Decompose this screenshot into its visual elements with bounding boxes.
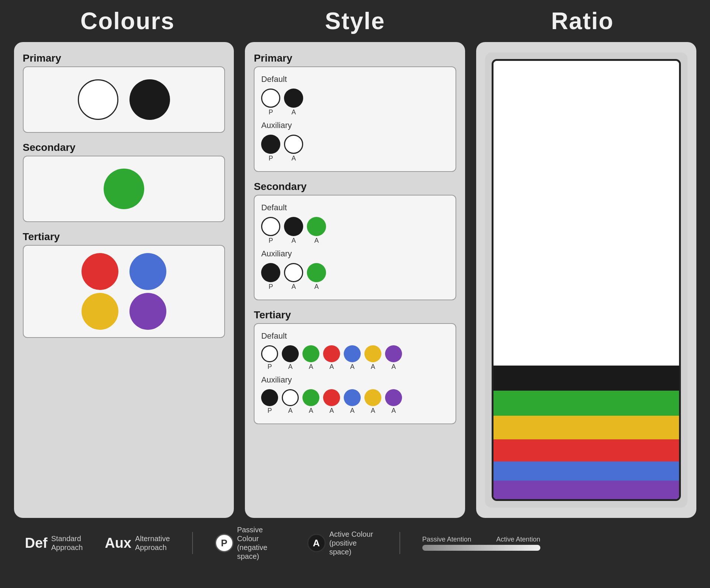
ratio-bar-green bbox=[493, 391, 679, 416]
dot-secondary-default-A2-circle bbox=[307, 217, 326, 236]
style-tertiary-default-label: Default bbox=[261, 331, 449, 341]
dot-secondary-aux-A1-circle bbox=[284, 263, 303, 282]
ratio-column bbox=[476, 42, 696, 518]
footer-row: Def StandardApproach Aux AlternativeAppr… bbox=[14, 518, 696, 568]
legend-aux-label: Aux bbox=[105, 535, 131, 551]
style-primary-card: Default P A Auxiliary bbox=[254, 66, 456, 172]
primary-circle-row bbox=[78, 79, 170, 120]
ratio-outer-box bbox=[485, 52, 688, 508]
dot-secondary-aux-P: P bbox=[261, 263, 280, 291]
dot-primary-default-P-label: P bbox=[269, 108, 273, 116]
style-secondary-section: Secondary Default P A bbox=[254, 181, 456, 300]
style-tertiary-card: Default P A A bbox=[254, 323, 456, 424]
style-tertiary-section: Tertiary Default P A bbox=[254, 309, 456, 424]
ratio-bar-purple bbox=[493, 481, 679, 499]
passive-active-bar: Passive Atention Active Atention bbox=[422, 536, 540, 551]
style-secondary-card: Default P A A bbox=[254, 195, 456, 300]
content-row: Primary Secondary Ter bbox=[14, 42, 696, 518]
style-secondary-label: Secondary bbox=[254, 181, 456, 193]
style-header: Style bbox=[241, 7, 469, 35]
dot-primary-aux-A-circle bbox=[284, 135, 303, 154]
dot-primary-aux-A-label: A bbox=[291, 155, 296, 162]
ratio-outer-wrapper bbox=[485, 52, 688, 508]
active-label: Active Atention bbox=[496, 536, 540, 543]
style-primary-default-label: Default bbox=[261, 75, 449, 84]
style-primary-label: Primary bbox=[254, 52, 456, 64]
legend-a-desc: Active Colour(positive space) bbox=[329, 530, 377, 556]
dot-primary-aux-P: P bbox=[261, 135, 280, 162]
ratio-header: Ratio bbox=[469, 7, 696, 35]
style-column: Primary Default P A Auxiliary bbox=[245, 42, 465, 518]
legend-def-desc: StandardApproach bbox=[51, 534, 83, 552]
colours-primary-card bbox=[23, 66, 225, 133]
dot-primary-default-A-label: A bbox=[291, 108, 296, 116]
style-secondary-aux-row: P A A bbox=[261, 263, 449, 291]
colours-secondary-label: Secondary bbox=[23, 142, 225, 153]
style-tertiary-default-row: P A A A bbox=[261, 345, 449, 371]
dot-secondary-default-P: P bbox=[261, 217, 280, 245]
header-row: Colours Style Ratio bbox=[14, 7, 696, 35]
colours-header: Colours bbox=[14, 7, 242, 35]
dot-secondary-default-P-circle bbox=[261, 217, 280, 236]
tertiary-row-2 bbox=[82, 293, 166, 330]
dot-secondary-aux-A1: A bbox=[284, 263, 303, 291]
style-primary-aux-row: P A bbox=[261, 135, 449, 162]
legend-p: P Passive Colour(negative space) bbox=[215, 525, 285, 561]
pa-labels: Passive Atention Active Atention bbox=[422, 536, 540, 543]
dot-secondary-default-A2: A bbox=[307, 217, 326, 245]
main-container: Colours Style Ratio Primary Secondary bbox=[14, 0, 696, 568]
ratio-bar-yellow bbox=[493, 416, 679, 439]
colours-tertiary-label: Tertiary bbox=[23, 231, 225, 243]
colours-tertiary-card bbox=[23, 245, 225, 338]
colours-primary-section: Primary bbox=[23, 52, 225, 133]
dot-primary-default-A-circle bbox=[284, 89, 303, 108]
tertiary-red-circle bbox=[82, 253, 118, 290]
legend-def-label: Def bbox=[25, 535, 48, 551]
ratio-bar-black bbox=[493, 366, 679, 391]
ratio-bar-blue bbox=[493, 461, 679, 481]
tertiary-blue-circle bbox=[129, 253, 166, 290]
colours-primary-label: Primary bbox=[23, 52, 225, 64]
legend-a: A Active Colour(positive space) bbox=[307, 530, 377, 556]
style-primary-section: Primary Default P A Auxiliary bbox=[254, 52, 456, 172]
dot-primary-aux-P-label: P bbox=[269, 155, 273, 162]
legend-def: Def StandardApproach bbox=[25, 534, 83, 552]
tertiary-purple-circle bbox=[129, 293, 166, 330]
style-secondary-default-label: Default bbox=[261, 203, 449, 212]
dot-secondary-aux-P-circle bbox=[261, 263, 280, 282]
style-tertiary-aux-row: P A A A bbox=[261, 389, 449, 415]
dot-primary-default-P: P bbox=[261, 89, 280, 116]
dot-primary-aux-A: A bbox=[284, 135, 303, 162]
legend-a-circle: A bbox=[307, 534, 326, 552]
legend-aux-desc: AlternativeApproach bbox=[135, 534, 170, 552]
colours-tertiary-section: Tertiary bbox=[23, 231, 225, 338]
secondary-green-circle bbox=[104, 169, 144, 209]
style-secondary-aux-label: Auxiliary bbox=[261, 249, 449, 259]
tertiary-yellow-circle bbox=[82, 293, 118, 330]
dot-secondary-default-A1: A bbox=[284, 217, 303, 245]
colours-column: Primary Secondary Ter bbox=[14, 42, 234, 518]
ratio-inner-box bbox=[492, 59, 681, 501]
legend-divider-2 bbox=[399, 532, 400, 554]
dot-secondary-aux-A2: A bbox=[307, 263, 326, 291]
legend-p-desc: Passive Colour(negative space) bbox=[237, 525, 285, 561]
legend-p-letter: P bbox=[221, 537, 227, 549]
style-primary-aux-label: Auxiliary bbox=[261, 121, 449, 130]
dot-secondary-default-A1-circle bbox=[284, 217, 303, 236]
legend-divider-1 bbox=[192, 532, 193, 554]
primary-white-circle bbox=[78, 79, 118, 120]
secondary-circle-row bbox=[104, 169, 144, 209]
ratio-white-space bbox=[493, 61, 679, 366]
colours-secondary-section: Secondary bbox=[23, 142, 225, 222]
dot-primary-default-A: A bbox=[284, 89, 303, 116]
tertiary-row-1 bbox=[82, 253, 166, 290]
style-tertiary-label: Tertiary bbox=[254, 309, 456, 321]
style-tertiary-aux-label: Auxiliary bbox=[261, 375, 449, 385]
legend-aux: Aux AlternativeApproach bbox=[105, 534, 170, 552]
pa-gradient-bar bbox=[422, 545, 540, 551]
legend-p-circle: P bbox=[215, 534, 233, 552]
style-primary-default-row: P A bbox=[261, 89, 449, 116]
dot-primary-default-P-circle bbox=[261, 89, 280, 108]
dot-secondary-aux-A2-circle bbox=[307, 263, 326, 282]
style-secondary-default-row: P A A bbox=[261, 217, 449, 245]
